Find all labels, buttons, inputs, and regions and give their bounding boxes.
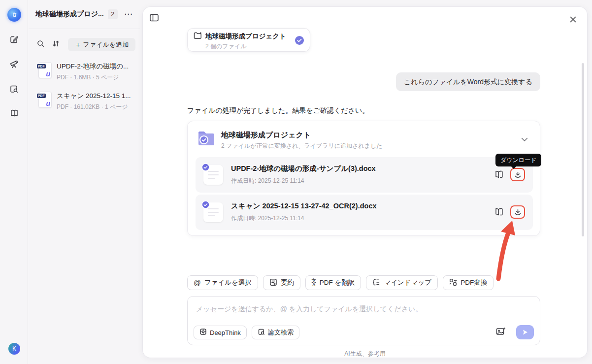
mindmap-icon bbox=[372, 278, 380, 288]
download-button[interactable] bbox=[510, 168, 525, 181]
file-meta: PDF · 161.02KB · 1 ページ bbox=[57, 103, 131, 111]
download-tooltip: ダウンロード bbox=[495, 154, 541, 166]
paper-search-toggle[interactable]: 論文検索 bbox=[252, 326, 299, 339]
project-card-title: 地球磁場形成プロジェクト bbox=[205, 32, 286, 41]
updf-ai-logo-icon[interactable] bbox=[7, 8, 21, 22]
converted-file-row[interactable]: スキャン 2025-12-15 13-27-42_OCR(2).docx 作成日… bbox=[196, 195, 533, 230]
project-title: 地球磁場形成プロジ... bbox=[35, 10, 104, 19]
ai-disclaimer: AI生成、参考用 bbox=[143, 350, 587, 358]
divider bbox=[511, 328, 511, 337]
add-image-icon[interactable] bbox=[496, 327, 506, 338]
file-name: UPDF-2-地球の磁場の... bbox=[57, 62, 129, 71]
pdf-file-icon: PDF u bbox=[38, 62, 52, 78]
summarize-chip[interactable]: 要約 bbox=[263, 275, 300, 290]
file-meta: PDF · 1.6MB · 5 ページ bbox=[57, 73, 129, 82]
mindmap-chip[interactable]: マインドマップ bbox=[366, 275, 438, 290]
converted-file-row[interactable]: UPDF-2-地球の磁場の形成-サンプル(3).docx 作成日時: 2025-… bbox=[196, 157, 533, 193]
assistant-message: ファイルの処理が完了しました。結果をご確認ください。 bbox=[187, 106, 369, 115]
add-file-button[interactable]: ＋ ファイルを追加 bbox=[68, 38, 135, 51]
message-input-placeholder: メッセージを送信するか、@ を入力してファイルを選択してください。 bbox=[196, 305, 422, 314]
summarize-icon bbox=[269, 278, 277, 288]
deepthink-toggle[interactable]: DeepThink bbox=[194, 326, 247, 339]
updf-logo-letter: u bbox=[46, 70, 50, 78]
pdf-file-icon: PDF u bbox=[38, 92, 52, 108]
close-icon[interactable] bbox=[567, 14, 578, 25]
converted-file-date: 作成日時: 2025-12-25 11:14 bbox=[231, 177, 304, 185]
telescope-icon[interactable] bbox=[8, 58, 20, 70]
pdf-convert-chip[interactable]: PDF変換 bbox=[443, 275, 493, 290]
message-input-box[interactable]: メッセージを送信するか、@ を入力してファイルを選択してください。 DeepTh… bbox=[187, 296, 540, 345]
success-check-icon bbox=[201, 200, 210, 211]
search-icon[interactable] bbox=[36, 39, 45, 50]
sort-icon[interactable] bbox=[52, 39, 60, 50]
chevron-down-icon[interactable] bbox=[521, 135, 528, 144]
file-name: スキャン 2025-12-15 1... bbox=[57, 92, 131, 100]
converted-file-date: 作成日時: 2025-12-25 11:14 bbox=[231, 214, 304, 223]
docx-file-icon bbox=[203, 165, 223, 185]
quick-actions: @ ファイルを選択 要約 文A PDF を翻訳 マインドマップ PDF変換 bbox=[187, 275, 493, 290]
paper-search-icon bbox=[258, 328, 265, 337]
project-folder-icon bbox=[197, 130, 216, 149]
deepthink-icon bbox=[199, 328, 207, 337]
converted-file-name: スキャン 2025-12-15 13-27-42_OCR(2).docx bbox=[231, 201, 377, 211]
docx-file-icon bbox=[203, 202, 223, 222]
file-list-item[interactable]: PDF u スキャン 2025-12-15 1... PDF · 161.02K… bbox=[29, 87, 140, 116]
updf-logo-letter: u bbox=[46, 99, 50, 107]
result-card-subtitle: 2 ファイルが正常に変換され、ライブラリに追加されました bbox=[221, 142, 382, 150]
preview-icon[interactable] bbox=[494, 170, 504, 181]
project-card-subtitle: 2 個のファイル bbox=[205, 42, 304, 51]
convert-icon bbox=[449, 278, 457, 288]
converted-file-name: UPDF-2-地球の磁場の形成-サンプル(3).docx bbox=[231, 164, 376, 173]
new-chat-icon[interactable] bbox=[8, 33, 20, 45]
user-avatar[interactable]: K bbox=[8, 343, 20, 355]
send-button[interactable] bbox=[516, 325, 534, 339]
project-attachment-card[interactable]: 地球磁場形成プロジェクト 2 個のファイル bbox=[187, 28, 310, 52]
chat-panel: 地球磁場形成プロジェクト 2 個のファイル これらのファイルをWord形式に変換… bbox=[143, 7, 587, 358]
file-list-panel: 地球磁場形成プロジ... 2 ⋯ ＋ ファイルを追加 PDF u UPDF-2-… bbox=[29, 0, 140, 364]
result-card-title: 地球磁場形成プロジェクト bbox=[221, 131, 311, 140]
selected-check-icon bbox=[295, 36, 304, 47]
folder-add-icon bbox=[194, 32, 202, 41]
file-count-badge: 2 bbox=[108, 9, 118, 19]
select-file-chip[interactable]: @ ファイルを選択 bbox=[187, 275, 258, 290]
success-check-icon bbox=[201, 163, 210, 173]
annotation-arrow bbox=[488, 217, 518, 283]
translate-pdf-chip[interactable]: 文A PDF を翻訳 bbox=[305, 275, 362, 290]
library-icon[interactable] bbox=[8, 107, 20, 119]
app-icon-rail: K bbox=[0, 0, 28, 364]
panel-toggle-icon[interactable] bbox=[149, 12, 160, 23]
user-message-bubble: これらのファイルをWord形式に変換する bbox=[396, 72, 540, 91]
document-search-icon[interactable] bbox=[8, 83, 20, 95]
translate-icon: 文A bbox=[312, 279, 316, 287]
scrollbar-thumb[interactable] bbox=[582, 63, 584, 236]
more-icon[interactable]: ⋯ bbox=[124, 12, 133, 17]
file-list-item[interactable]: PDF u UPDF-2-地球の磁場の... PDF · 1.6MB · 5 ペ… bbox=[29, 57, 140, 87]
at-icon: @ bbox=[194, 279, 201, 287]
